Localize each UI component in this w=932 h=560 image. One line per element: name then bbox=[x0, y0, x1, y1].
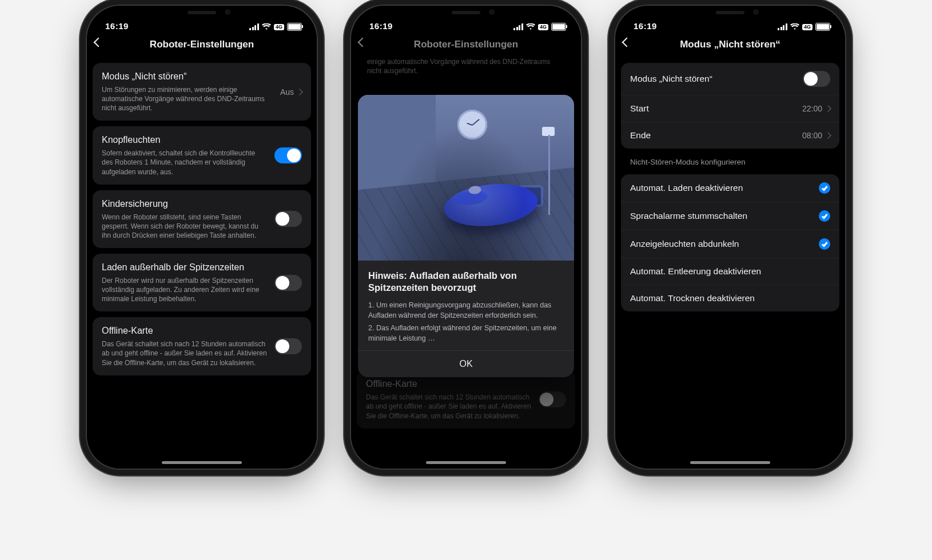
row-label: Start bbox=[630, 103, 649, 114]
page-title: Roboter-Einstellungen bbox=[150, 39, 254, 50]
row-button-light: Knopfleuchten Sofern deaktiviert, schalt… bbox=[93, 126, 311, 184]
nav-bar: Modus „Nicht stören“ bbox=[615, 32, 845, 57]
opt-dim-lights[interactable]: Anzeigeleuchten abdunkeln bbox=[621, 230, 839, 258]
chevron-right-icon bbox=[825, 105, 831, 111]
row-desc: Der Roboter wird nur außerhalb der Spitz… bbox=[102, 276, 268, 304]
chevron-right-icon bbox=[825, 132, 831, 138]
opt-disable-auto-dry[interactable]: Automat. Trocknen deaktivieren bbox=[621, 285, 839, 311]
cellular-signal-icon bbox=[513, 23, 523, 30]
sheet-ok-button[interactable]: OK bbox=[358, 350, 574, 377]
toggle-button-light[interactable] bbox=[274, 147, 302, 163]
toggle-offline-map[interactable] bbox=[539, 391, 566, 407]
status-time: 16:19 bbox=[369, 21, 393, 31]
dnd-content[interactable]: Modus „Nicht stören“ Start 22:00 Ende 08… bbox=[615, 57, 845, 469]
offpeak-illustration bbox=[358, 95, 574, 261]
battery-icon bbox=[287, 23, 302, 31]
truncated-prev-desc: einige automatische Vorgänge während des… bbox=[357, 57, 575, 79]
row-offline-map: Offline-Karte Das Gerät schaltet sich na… bbox=[93, 317, 311, 375]
row-label: Modus „Nicht stören“ bbox=[630, 74, 712, 84]
row-title: Modus „Nicht stören“ bbox=[102, 71, 273, 83]
row-label: Automat. Laden deaktivieren bbox=[630, 183, 743, 193]
network-badge: 4G bbox=[802, 24, 812, 30]
wifi-icon bbox=[526, 23, 535, 30]
notch bbox=[679, 6, 782, 22]
page-title: Roboter-Einstellungen bbox=[414, 39, 518, 50]
dock-icon bbox=[517, 185, 543, 207]
robot-vacuum-icon bbox=[443, 186, 526, 230]
row-desc: Wenn der Roboter stillsteht, sind seine … bbox=[102, 213, 268, 241]
chevron-right-icon bbox=[296, 89, 302, 95]
row-title: Offline-Karte bbox=[366, 378, 532, 390]
sheet-point-2: 2. Das Aufladen erfolgt während der Spit… bbox=[368, 323, 564, 343]
status-time: 16:19 bbox=[105, 21, 129, 31]
toggle-offline-map[interactable] bbox=[274, 338, 302, 354]
three-phone-stage: 16:19 4G Roboter-Einstellungen Modus „Ni… bbox=[0, 0, 932, 560]
nav-bar: Roboter-Einstellungen bbox=[351, 32, 581, 57]
checkmark-icon bbox=[819, 210, 830, 222]
row-desc: Um Störungen zu minimieren, werden einig… bbox=[102, 85, 273, 113]
row-title: Knopfleuchten bbox=[102, 134, 268, 146]
home-indicator[interactable] bbox=[426, 461, 506, 464]
row-desc: Das Gerät schaltet sich nach 12 Stunden … bbox=[102, 339, 268, 367]
power-outlet-icon bbox=[542, 127, 555, 136]
row-desc: Das Gerät schaltet sich nach 12 Stunden … bbox=[366, 393, 532, 421]
section-title: Nicht-Stören-Modus konfigurieren bbox=[621, 149, 839, 169]
row-label: Automat. Entleerung deaktivieren bbox=[630, 266, 761, 277]
row-title: Kindersicherung bbox=[102, 198, 268, 210]
row-label: Anzeigeleuchten abdunkeln bbox=[630, 239, 739, 249]
battery-fill bbox=[288, 24, 301, 30]
sheet-point-1: 1. Um einen Reinigungsvorgang abzuschlie… bbox=[368, 300, 564, 321]
opt-disable-auto-empty[interactable]: Automat. Entleerung deaktivieren bbox=[621, 258, 839, 285]
row-label: Sprachalarme stummschalten bbox=[630, 211, 747, 221]
toggle-dnd-master[interactable] bbox=[803, 71, 830, 87]
home-indicator[interactable] bbox=[690, 461, 770, 464]
phone-2: 16:19 4G Roboter-Einstellungen einige au… bbox=[351, 6, 581, 469]
row-dnd[interactable]: Modus „Nicht stören“ Um Störungen zu min… bbox=[93, 63, 311, 121]
checkmark-icon bbox=[819, 238, 830, 250]
row-offpeak-charging: Laden außerhalb der Spitzenzeiten Der Ro… bbox=[93, 254, 311, 311]
status-time: 16:19 bbox=[634, 21, 657, 31]
checkmark-icon bbox=[819, 182, 830, 194]
toggle-child-lock[interactable] bbox=[274, 211, 302, 227]
network-badge: 4G bbox=[274, 24, 284, 30]
row-label: Ende bbox=[630, 130, 651, 141]
dnd-options-group: Automat. Laden deaktivieren Sprachalarme… bbox=[621, 174, 839, 311]
row-start-time[interactable]: Start 22:00 bbox=[621, 95, 839, 122]
opt-disable-auto-charge[interactable]: Automat. Laden deaktivieren bbox=[621, 174, 839, 202]
back-button[interactable] bbox=[359, 38, 373, 51]
row-title: Laden außerhalb der Spitzenzeiten bbox=[102, 262, 268, 274]
phone-3: 16:19 4G Modus „Nicht stören“ Modus „Nic… bbox=[615, 6, 845, 469]
row-child-lock: Kindersicherung Wenn der Roboter stillst… bbox=[93, 190, 311, 248]
toggle-offpeak[interactable] bbox=[274, 275, 302, 291]
row-end-time[interactable]: Ende 08:00 bbox=[621, 122, 839, 149]
row-dnd-master: Modus „Nicht stören“ bbox=[621, 63, 839, 95]
row-label: Automat. Trocknen deaktivieren bbox=[630, 293, 755, 303]
nav-bar: Roboter-Einstellungen bbox=[87, 32, 317, 57]
notch bbox=[415, 6, 517, 22]
back-button[interactable] bbox=[95, 38, 109, 51]
home-indicator[interactable] bbox=[162, 461, 242, 464]
phone-1: 16:19 4G Roboter-Einstellungen Modus „Ni… bbox=[87, 6, 317, 469]
cellular-signal-icon bbox=[778, 23, 787, 30]
offpeak-info-sheet: Hinweis: Aufladen außerhalb von Spitzenz… bbox=[358, 95, 574, 377]
wifi-icon bbox=[262, 23, 271, 30]
row-offline-map: Offline-Karte Das Gerät schaltet sich na… bbox=[357, 370, 575, 428]
network-badge: 4G bbox=[538, 24, 548, 30]
back-button[interactable] bbox=[623, 38, 637, 51]
clock-icon bbox=[457, 110, 487, 139]
wifi-icon bbox=[790, 23, 799, 30]
cellular-signal-icon bbox=[249, 23, 259, 30]
row-title: Offline-Karte bbox=[102, 325, 268, 337]
notch bbox=[150, 6, 253, 22]
row-value: Aus bbox=[280, 87, 302, 97]
battery-icon bbox=[815, 23, 830, 31]
opt-mute-voice[interactable]: Sprachalarme stummschalten bbox=[621, 202, 839, 230]
dnd-main-group: Modus „Nicht stören“ Start 22:00 Ende 08… bbox=[621, 63, 839, 149]
page-title: Modus „Nicht stören“ bbox=[680, 39, 780, 50]
battery-icon bbox=[551, 23, 566, 31]
row-desc: Sofern deaktiviert, schaltet sich die Ko… bbox=[102, 149, 268, 177]
settings-scroll[interactable]: Modus „Nicht stören“ Um Störungen zu min… bbox=[87, 57, 317, 469]
sheet-headline: Hinweis: Aufladen außerhalb von Spitzenz… bbox=[368, 270, 564, 294]
